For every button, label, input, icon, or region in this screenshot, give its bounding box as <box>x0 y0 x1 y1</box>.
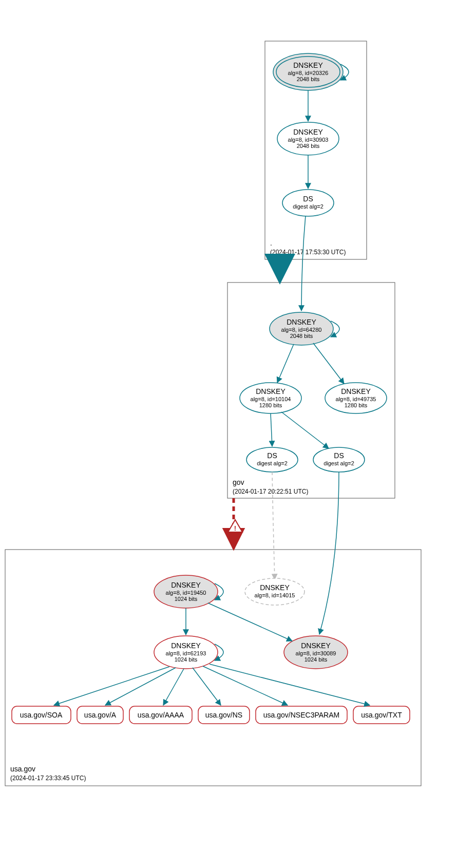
svg-text:!: ! <box>234 524 236 532</box>
zone-root-ts: (2024-01-17 17:53:30 UTC) <box>270 249 346 256</box>
svg-text:2048 bits: 2048 bits <box>297 143 320 149</box>
svg-text:alg=8, id=64280: alg=8, id=64280 <box>281 327 322 333</box>
node-gov-zsk1: DNSKEY alg=8, id=10104 1280 bits <box>240 383 301 413</box>
svg-text:DS: DS <box>267 451 277 460</box>
svg-text:DNSKEY: DNSKEY <box>301 641 331 650</box>
svg-text:usa.gov/A: usa.gov/A <box>84 711 117 719</box>
svg-text:usa.gov/AAAA: usa.gov/AAAA <box>138 711 184 719</box>
svg-text:DNSKEY: DNSKEY <box>293 61 323 69</box>
svg-text:usa.gov/NS: usa.gov/NS <box>205 711 242 719</box>
svg-text:DNSKEY: DNSKEY <box>171 581 201 589</box>
node-root-zsk: DNSKEY alg=8, id=30903 2048 bits <box>277 122 339 155</box>
node-rr-a: usa.gov/A <box>77 706 123 724</box>
zone-root-label: . <box>270 239 272 247</box>
svg-text:DS: DS <box>334 451 344 460</box>
node-gov-zsk2: DNSKEY alg=8, id=49735 1280 bits <box>325 383 387 413</box>
edge-usa-zsk-nsec <box>203 666 288 705</box>
svg-point-35 <box>245 578 304 605</box>
edge-usa-zsk-soa <box>54 667 169 705</box>
svg-text:DNSKEY: DNSKEY <box>256 387 285 395</box>
svg-text:1024 bits: 1024 bits <box>175 596 198 602</box>
svg-text:alg=8, id=19450: alg=8, id=19450 <box>166 590 206 596</box>
node-root-ksk: DNSKEY alg=8, id=20326 2048 bits <box>273 53 343 90</box>
dnssec-diagram: . (2024-01-17 17:53:30 UTC) gov (2024-01… <box>0 0 476 868</box>
zone-usa-label: usa.gov <box>10 765 35 773</box>
node-usa-key2: DNSKEY alg=8, id=30089 1024 bits <box>284 636 348 669</box>
zone-usa-ts: (2024-01-17 23:33:45 UTC) <box>10 775 86 782</box>
svg-text:alg=8, id=10104: alg=8, id=10104 <box>251 396 291 402</box>
svg-text:DNSKEY: DNSKEY <box>287 318 316 326</box>
node-rr-aaaa: usa.gov/AAAA <box>129 706 192 724</box>
svg-text:alg=8, id=20326: alg=8, id=20326 <box>288 70 329 76</box>
svg-text:digest alg=2: digest alg=2 <box>293 203 323 210</box>
svg-text:usa.gov/SOA: usa.gov/SOA <box>20 711 63 719</box>
svg-text:1280 bits: 1280 bits <box>345 402 368 408</box>
node-rr-soa: usa.gov/SOA <box>12 706 71 724</box>
svg-text:DS: DS <box>303 195 313 203</box>
svg-point-9 <box>282 190 334 216</box>
svg-text:digest alg=2: digest alg=2 <box>323 460 354 466</box>
edge-usa-zsk-aaaa <box>163 669 184 705</box>
edge-root-ds-gov-ksk <box>301 216 306 311</box>
node-gov-ds1: DS digest alg=2 <box>246 447 298 472</box>
edge-gov-ksk-zsk2 <box>313 343 344 384</box>
svg-text:alg=8, id=30089: alg=8, id=30089 <box>296 650 336 656</box>
node-rr-ns: usa.gov/NS <box>198 706 250 724</box>
zone-gov-label: gov <box>233 478 244 486</box>
svg-text:2048 bits: 2048 bits <box>290 333 313 339</box>
node-rr-txt: usa.gov/TXT <box>353 706 410 724</box>
svg-text:alg=8, id=14015: alg=8, id=14015 <box>255 592 295 598</box>
svg-text:1024 bits: 1024 bits <box>304 656 328 663</box>
svg-text:digest alg=2: digest alg=2 <box>257 460 288 466</box>
node-gov-ds2: DS digest alg=2 <box>313 447 365 472</box>
edge-usa-zsk-ns <box>193 668 221 705</box>
edge-usa-zsk-a <box>105 668 176 705</box>
svg-text:alg=8, id=49735: alg=8, id=49735 <box>336 396 376 402</box>
svg-text:DNSKEY: DNSKEY <box>293 128 323 136</box>
svg-text:usa.gov/NSEC3PARAM: usa.gov/NSEC3PARAM <box>263 711 339 719</box>
edge-gov-zsk1-ds2 <box>281 412 329 448</box>
svg-text:usa.gov/TXT: usa.gov/TXT <box>361 711 402 719</box>
warning-icon: ! <box>228 520 242 532</box>
edge-gov-ds2-usa-key2 <box>319 472 339 634</box>
edge-gov-zsk1-ds1 <box>271 413 272 446</box>
node-usa-miss: DNSKEY alg=8, id=14015 <box>245 578 304 605</box>
svg-text:DNSKEY: DNSKEY <box>260 583 290 592</box>
node-gov-ksk: DNSKEY alg=8, id=64280 2048 bits <box>270 312 333 345</box>
svg-text:alg=8, id=30903: alg=8, id=30903 <box>288 137 329 143</box>
edge-usa-zsk-txt <box>210 664 370 705</box>
zone-gov-ts: (2024-01-17 20:22:51 UTC) <box>233 488 308 495</box>
svg-text:1024 bits: 1024 bits <box>175 656 198 663</box>
edge-gov-ksk-zsk1 <box>277 344 294 383</box>
node-root-ds: DS digest alg=2 <box>282 190 334 216</box>
svg-text:DNSKEY: DNSKEY <box>171 641 201 650</box>
node-usa-zsk: DNSKEY alg=8, id=62193 1024 bits <box>154 636 218 669</box>
node-rr-nsec: usa.gov/NSEC3PARAM <box>256 706 347 724</box>
svg-text:DNSKEY: DNSKEY <box>341 387 371 395</box>
svg-text:1280 bits: 1280 bits <box>259 402 282 408</box>
svg-text:2048 bits: 2048 bits <box>297 76 320 82</box>
svg-text:alg=8, id=62193: alg=8, id=62193 <box>166 650 206 656</box>
edge-usa-ksk-key2 <box>208 603 292 641</box>
